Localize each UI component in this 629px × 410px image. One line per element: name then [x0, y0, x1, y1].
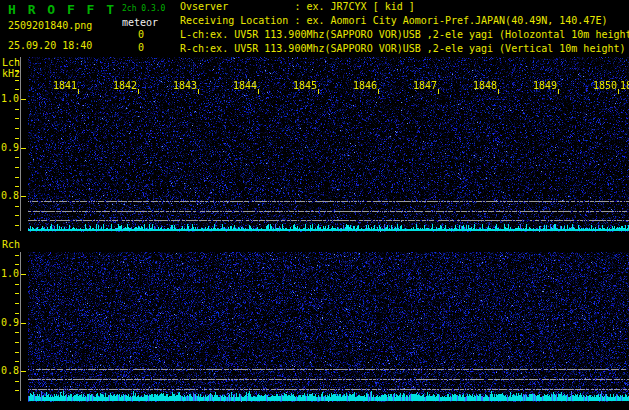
lch-axis-line: [20, 57, 21, 231]
freq-label: 1.0: [0, 269, 19, 279]
freq-major-tick: [21, 274, 26, 275]
minute-tick: [138, 89, 139, 94]
freq-minor-tick: [15, 186, 19, 187]
freq-minor-tick: [15, 70, 19, 71]
freq-label: 1.0: [0, 94, 19, 104]
app-title: H R O F F T: [8, 3, 116, 16]
minute-tick: [318, 89, 319, 94]
time-label: 1850: [593, 81, 617, 91]
freq-minor-tick: [15, 361, 19, 362]
freq-minor-tick: [15, 390, 19, 391]
freq-minor-tick: [15, 177, 19, 178]
minute-tick: [438, 89, 439, 94]
time-label: 1841: [53, 81, 77, 91]
time-label: 1844: [233, 81, 257, 91]
freq-major-tick: [21, 99, 26, 100]
rch-config-line: R-ch:ex. UV5R 113.900Mhz(SAPPORO VOR)USB…: [180, 44, 626, 54]
time-label: 1846: [353, 81, 377, 91]
time-label: 1843: [173, 81, 197, 91]
minute-tick: [78, 89, 79, 94]
time-label: 1845: [293, 81, 317, 91]
freq-minor-tick: [15, 167, 19, 168]
rch-spectrogram-canvas: [28, 252, 629, 402]
freq-minor-tick: [15, 60, 19, 61]
freq-minor-tick: [15, 157, 19, 158]
minute-tick: [558, 89, 559, 94]
time-label: 1842: [113, 81, 137, 91]
freq-minor-tick: [15, 206, 19, 207]
freq-minor-tick: [15, 332, 19, 333]
freq-minor-tick: [15, 381, 19, 382]
datetime-label: 25.09.20 18:40: [8, 41, 92, 51]
freq-minor-tick: [15, 215, 19, 216]
minute-tick: [258, 89, 259, 94]
minute-tick: [198, 89, 199, 94]
mode-label: meteor: [122, 18, 158, 28]
freq-minor-tick: [15, 118, 19, 119]
freq-minor-tick: [15, 80, 19, 81]
lch-config-line: L-ch:ex. UV5R 113.900Mhz(SAPPORO VOR)USB…: [180, 30, 629, 40]
minute-tick: [378, 89, 379, 94]
rch-channel-label: Rch: [2, 240, 20, 250]
hrofft-window: H R O F F T 2ch 0.3.0 2509201840.png met…: [0, 0, 629, 410]
time-label: 1848: [473, 81, 497, 91]
freq-major-tick: [21, 196, 26, 197]
observer-line: Ovserver : ex. JR7CYX [ kid ]: [180, 2, 415, 12]
meteor-count-2: 0: [138, 43, 144, 53]
freq-major-tick: [21, 148, 26, 149]
freq-major-tick: [21, 371, 26, 372]
freq-minor-tick: [15, 313, 19, 314]
freq-minor-tick: [15, 225, 19, 226]
freq-major-tick: [21, 323, 26, 324]
freq-label: 0.8: [0, 366, 19, 376]
freq-minor-tick: [15, 352, 19, 353]
time-label-partial: 18: [620, 81, 629, 91]
meteor-count-1: 0: [138, 30, 144, 40]
freq-label: 0.8: [0, 191, 19, 201]
time-label: 1847: [413, 81, 437, 91]
freq-minor-tick: [15, 89, 19, 90]
freq-minor-tick: [15, 128, 19, 129]
freq-minor-tick: [15, 284, 19, 285]
freq-minor-tick: [15, 109, 19, 110]
time-label: 1849: [533, 81, 557, 91]
freq-minor-tick: [15, 264, 19, 265]
freq-label: 0.9: [0, 318, 19, 328]
minute-tick: [618, 89, 619, 94]
freq-minor-tick: [15, 255, 19, 256]
freq-minor-tick: [15, 293, 19, 294]
version-label: 2ch 0.3.0: [122, 5, 165, 13]
location-line: Receiving Location : ex. Aomori City Aom…: [180, 16, 607, 26]
minute-tick: [498, 89, 499, 94]
output-filename: 2509201840.png: [8, 21, 92, 31]
freq-minor-tick: [15, 138, 19, 139]
freq-label: 0.9: [0, 143, 19, 153]
freq-minor-tick: [15, 342, 19, 343]
freq-minor-tick: [15, 303, 19, 304]
